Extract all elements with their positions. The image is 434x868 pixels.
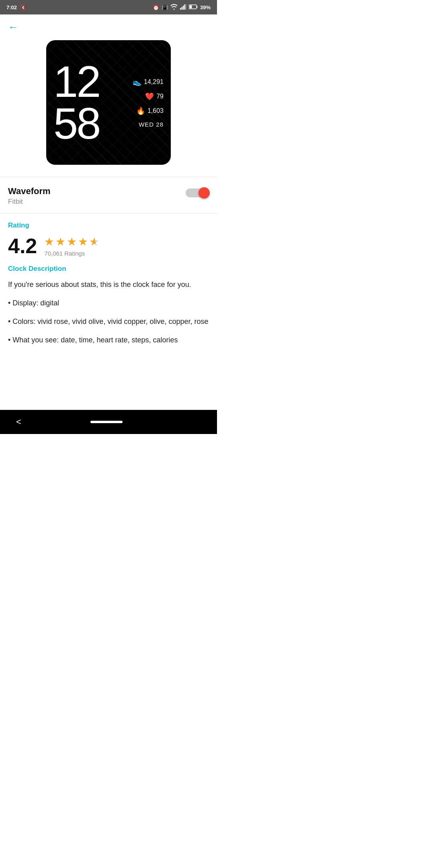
svg-rect-3 (184, 4, 185, 10)
alarm-icon: ⏰ (153, 4, 159, 10)
svg-rect-2 (183, 6, 184, 10)
rating-score: 4.2 (8, 235, 37, 256)
calories-value: 1,603 (147, 107, 164, 115)
svg-rect-7 (189, 5, 192, 8)
app-subtitle: Fitbit (8, 198, 51, 206)
app-title: Waveform (8, 186, 51, 197)
ratings-count: 70,061 Ratings (44, 250, 99, 257)
description-text: If you're serious about stats, this is t… (8, 279, 209, 346)
toggle-thumb (199, 187, 210, 199)
heart-stat: ❤️ 79 (145, 92, 164, 101)
rating-label: Rating (8, 221, 209, 229)
steps-value: 14,291 (144, 78, 164, 86)
status-bar: 7:02 🔇 ⏰ 📳 39% (0, 0, 217, 14)
back-button[interactable]: ← (8, 22, 18, 32)
rating-section: Rating 4.2 ★ ★ ★ ★ ★ 70,061 Ratings (0, 213, 217, 261)
star-5: ★ (89, 235, 99, 248)
star-1: ★ (44, 235, 54, 248)
stats-panel: 👟 14,291 ❤️ 79 🔥 1,603 WED 28 (99, 78, 164, 128)
muted-icon: 🔇 (20, 4, 27, 10)
star-4: ★ (78, 235, 88, 248)
rating-details: ★ ★ ★ ★ ★ 70,061 Ratings (44, 235, 99, 257)
app-info: Waveform Fitbit (8, 186, 51, 206)
svg-rect-0 (180, 8, 181, 10)
calories-icon: 🔥 (136, 106, 145, 115)
watch-face: 12 58 👟 14,291 ❤️ 79 🔥 1,603 WED 28 (46, 40, 171, 165)
bullet-2: • Colors: vivid rose, vivid olive, vivid… (8, 316, 209, 328)
signal-icon (180, 4, 186, 11)
description-intro: If you're serious about stats, this is t… (8, 279, 209, 291)
home-pill[interactable] (90, 421, 123, 423)
watch-preview-container: 12 58 👟 14,291 ❤️ 79 🔥 1,603 WED 28 (0, 36, 217, 177)
stars-row: ★ ★ ★ ★ ★ (44, 235, 99, 248)
time-display: 12 58 (53, 61, 99, 145)
clock-description-section: Clock Description If you're serious abou… (0, 261, 217, 361)
wifi-icon (170, 4, 178, 11)
back-bar: ← (0, 14, 217, 36)
time-hour: 12 (53, 61, 99, 103)
bullet-3: • What you see: date, time, heart rate, … (8, 335, 209, 346)
svg-rect-4 (186, 4, 186, 10)
calories-stat: 🔥 1,603 (136, 106, 164, 115)
clock-description-label: Clock Description (8, 265, 209, 273)
svg-rect-6 (197, 6, 197, 8)
battery-percent: 39% (200, 4, 211, 10)
star-2: ★ (55, 235, 66, 248)
heart-value: 79 (156, 93, 164, 100)
steps-icon: 👟 (133, 78, 141, 86)
bullet-1: • Display: digital (8, 298, 209, 309)
steps-stat: 👟 14,291 (133, 78, 164, 86)
toggle-track[interactable] (186, 188, 209, 197)
status-time: 7:02 (6, 4, 17, 10)
time-minute: 58 (53, 102, 99, 145)
heart-icon: ❤️ (145, 92, 154, 101)
battery-icon (189, 4, 198, 10)
star-3: ★ (67, 235, 77, 248)
svg-rect-1 (181, 7, 182, 10)
title-section: Waveform Fitbit (0, 177, 217, 213)
toggle-area[interactable] (186, 188, 209, 197)
bottom-nav-bar: < (0, 410, 217, 434)
nav-back-button[interactable]: < (16, 417, 21, 427)
rating-row: 4.2 ★ ★ ★ ★ ★ 70,061 Ratings (8, 235, 209, 257)
watch-date: WED 28 (139, 121, 164, 128)
vibrate-icon: 📳 (162, 4, 168, 10)
